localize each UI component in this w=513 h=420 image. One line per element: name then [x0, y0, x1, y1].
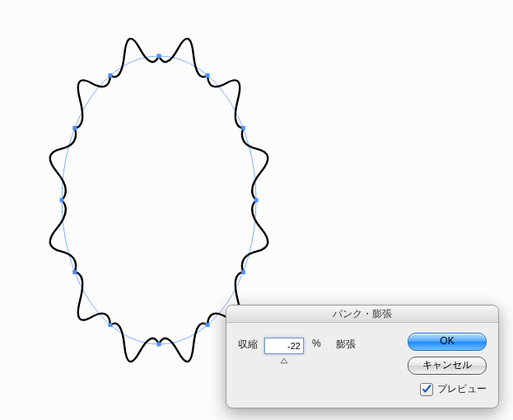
svg-point-0	[62, 56, 256, 344]
pucker-label: 収縮	[238, 338, 258, 352]
svg-rect-1	[157, 54, 161, 58]
svg-rect-2	[206, 73, 209, 77]
pucker-bloat-dialog: パンク・膨張 収縮 % 膨張 OK キャンセル プレビュー	[226, 305, 499, 408]
svg-rect-6	[206, 324, 209, 327]
preview-row: プレビュー	[408, 382, 487, 396]
params-row: 収縮 % 膨張	[238, 333, 408, 396]
amount-input[interactable]	[264, 338, 304, 354]
svg-rect-7	[157, 343, 161, 346]
svg-rect-3	[241, 127, 245, 130]
svg-rect-8	[109, 324, 112, 327]
preview-checkbox[interactable]	[420, 383, 433, 396]
svg-rect-9	[73, 271, 77, 274]
slider-handle-icon[interactable]	[280, 357, 288, 364]
svg-rect-12	[109, 73, 112, 77]
svg-rect-11	[73, 127, 77, 130]
percent-label: %	[312, 338, 321, 349]
svg-rect-5	[241, 271, 245, 274]
svg-rect-4	[254, 198, 258, 202]
ok-button[interactable]: OK	[408, 333, 487, 351]
button-column: OK キャンセル プレビュー	[408, 333, 487, 396]
dialog-title: パンク・膨張	[226, 306, 498, 323]
svg-marker-13	[281, 358, 287, 363]
checkmark-icon	[421, 383, 432, 394]
bloat-label: 膨張	[336, 338, 356, 352]
value-wrap	[264, 338, 304, 364]
dialog-body: 収縮 % 膨張 OK キャンセル プレビュー	[226, 323, 498, 408]
preview-label: プレビュー	[437, 382, 487, 396]
cancel-button[interactable]: キャンセル	[408, 357, 487, 375]
svg-rect-10	[60, 198, 63, 202]
